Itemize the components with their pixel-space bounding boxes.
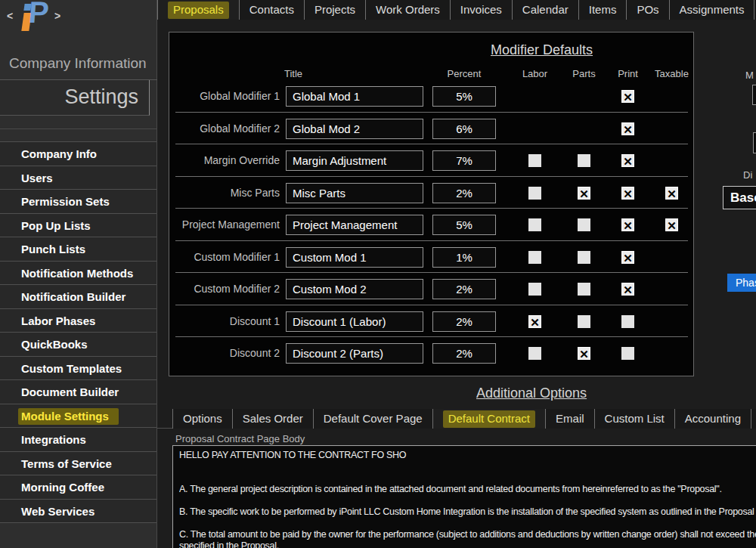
base-dropdown[interactable]: Base [723,186,756,209]
print-checkbox[interactable] [621,154,634,167]
sidebar-item[interactable]: Module Settings [0,404,156,429]
print-checkbox[interactable] [621,122,634,135]
module-tab[interactable]: Calendar [512,0,579,20]
module-tab[interactable]: Contacts [239,0,305,20]
markup-input-partial[interactable] [752,85,756,105]
print-checkbox[interactable] [621,90,634,103]
sidebar-item[interactable]: Company Info [0,142,156,166]
print-checkbox[interactable] [621,283,634,296]
parts-checkbox[interactable] [578,218,590,231]
module-tab[interactable]: Proposals [157,0,240,20]
print-checkbox[interactable] [621,187,634,200]
sidebar-item[interactable]: Notification Methods [0,262,156,286]
nav-back-icon[interactable]: < [7,10,13,22]
sidebar-item[interactable]: Morning Coffee [0,475,156,500]
labor-checkbox[interactable] [528,187,541,200]
contract-body-line: C. The total amount to be paid by the ow… [179,529,756,540]
taxable-checkbox[interactable] [665,187,678,200]
sidebar-item[interactable]: Notification Builder [0,285,156,309]
module-tab[interactable]: Items [578,0,627,20]
modifier-title-input[interactable] [286,279,423,299]
module-tab[interactable]: Projects [304,0,366,20]
modifier-row-label: Global Modifier 1 [175,80,280,113]
options-tab[interactable]: Options [172,409,233,429]
modifier-title-input[interactable] [286,119,423,139]
sidebar-item-label: Users [21,172,53,184]
options-tab-label: Options [183,412,222,425]
print-checkbox[interactable] [621,347,634,360]
modifier-title-input[interactable] [286,247,423,268]
print-checkbox[interactable] [621,218,634,231]
labor-checkbox[interactable] [528,347,541,360]
modifier-defaults-panel: Modifier Defaults Title Percent Labor Pa… [169,32,694,376]
options-tab[interactable]: Default Contract [432,409,546,429]
module-tab-label: Proposals [168,2,229,19]
parts-checkbox[interactable] [578,251,590,264]
modifier-percent-input[interactable] [432,279,496,299]
modifier-title-input[interactable] [286,215,423,235]
print-checkbox[interactable] [621,315,634,328]
column-header-taxable: Taxable [647,68,696,79]
modifier-title-input[interactable] [286,150,423,171]
module-tab[interactable]: Assignments [669,0,755,20]
sidebar-item-label: Permission Sets [21,195,110,208]
modifier-title-input[interactable] [286,343,423,364]
parts-checkbox[interactable] [578,283,590,296]
sidebar-item[interactable]: Document Builder [0,380,156,404]
parts-checkbox[interactable] [578,315,590,328]
sidebar-item-label: Labor Phases [21,314,95,327]
modifier-percent-input[interactable] [432,150,496,171]
options-tab[interactable]: Default Cover Page [313,409,433,429]
modifier-title-input[interactable] [286,311,423,332]
labor-checkbox[interactable] [528,218,541,231]
module-tab[interactable]: POs [626,0,669,20]
options-tab[interactable]: Sales Order [232,409,314,429]
labor-checkbox[interactable] [528,251,541,264]
sidebar-item[interactable]: Permission Sets [0,190,156,214]
contract-body-textarea[interactable]: HELLO PAY ATTENTION TO THE CONTRACT FO S… [172,445,756,548]
parts-checkbox[interactable] [578,347,590,360]
parts-checkbox[interactable] [578,187,590,200]
modifier-percent-input[interactable] [432,119,496,139]
taxable-checkbox[interactable] [665,218,678,231]
options-tab[interactable]: Custom List [594,409,675,429]
sidebar-item[interactable]: Punch Lists [0,237,156,262]
sidebar-item[interactable]: Terms of Service [0,452,156,476]
print-checkbox[interactable] [621,251,634,264]
module-tab-label: Contacts [249,3,294,16]
options-tab[interactable]: Accounting [674,409,751,429]
module-tab[interactable]: Invoices [450,0,513,20]
labor-checkbox[interactable] [528,283,541,296]
sidebar-item[interactable]: Labor Phases [0,309,156,333]
module-tab-label: Items [589,3,617,16]
ipoint-logo: P [23,2,54,32]
sidebar-item[interactable]: Integrations [0,428,156,452]
parts-checkbox[interactable] [578,154,590,167]
sidebar-item[interactable]: Custom Templates [0,357,156,381]
modifier-percent-input[interactable] [432,86,496,107]
contract-body-line: HELLO PAY ATTENTION TO THE CONTRACT FO S… [179,450,756,461]
sidebar-item[interactable]: Pop Up Lists [0,214,156,238]
options-tab[interactable]: Pay [751,409,756,429]
sidebar-item-label: Notification Methods [21,267,133,280]
modifier-percent-input[interactable] [432,247,496,268]
modifier-title-input[interactable] [286,183,423,203]
labor-checkbox[interactable] [528,315,541,328]
options-tab[interactable]: Email [545,409,595,429]
modifier-percent-input[interactable] [432,183,496,203]
sidebar-item[interactable]: Users [0,166,156,190]
modifier-percent-input[interactable] [432,215,496,235]
nav-forward-icon[interactable]: > [54,10,60,22]
secondary-input-partial[interactable] [753,132,756,153]
modifier-title-input[interactable] [286,86,423,107]
sidebar-item[interactable]: Web Services [0,500,156,524]
module-tab-label: Invoices [460,3,502,16]
modifier-percent-input[interactable] [432,311,496,332]
sidebar-item[interactable]: QuickBooks [0,333,156,357]
options-tab-label: Sales Order [243,412,303,425]
phases-button[interactable]: Phas [727,274,756,292]
module-tab[interactable]: Work Orders [365,0,451,20]
labor-checkbox[interactable] [528,154,541,167]
app-window: { "sidebar": { "nav_left": "<", "nav_rig… [0,0,756,548]
modifier-percent-input[interactable] [432,343,496,364]
